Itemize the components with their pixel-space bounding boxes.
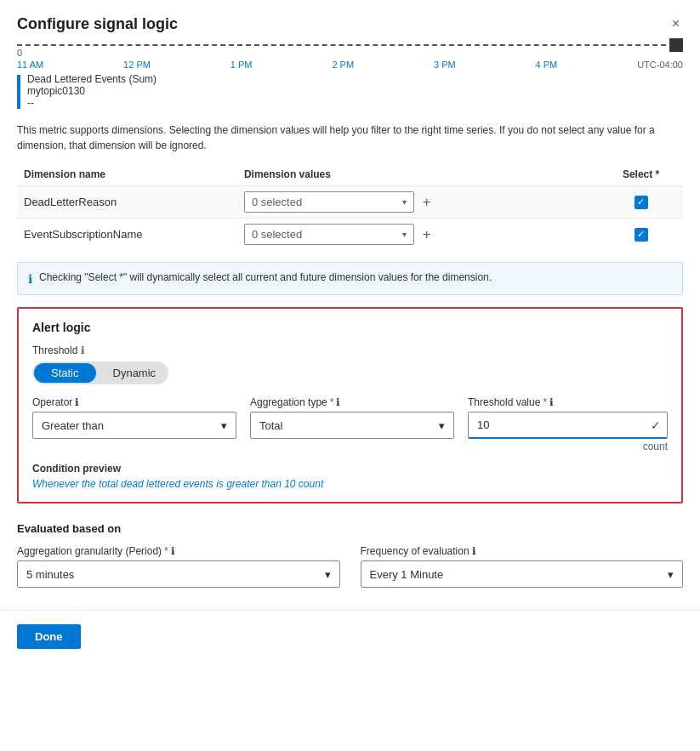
alert-logic-section: Alert logic Threshold ℹ Static Dynamic O… [17, 307, 683, 504]
dim-name-eventsubscription: EventSubscriptionName [17, 219, 237, 251]
operator-info-icon: ℹ [75, 396, 79, 408]
chevron-down-icon: ▾ [439, 419, 445, 432]
col-dimension-name: Dimension name [17, 163, 237, 186]
threshold-toggle[interactable]: Static Dynamic [32, 361, 168, 384]
col-dimension-values: Dimension values [237, 163, 577, 186]
condition-preview-title: Condition preview [32, 463, 668, 475]
granularity-label: Aggregation granularity (Period) * ℹ [17, 545, 340, 557]
threshold-value-label: Threshold value * ℹ [468, 396, 668, 408]
threshold-info-icon: ℹ [81, 344, 85, 356]
dimension-row-deadletter: DeadLetterReason 0 selected ▾ + ✓ [17, 186, 683, 219]
granularity-required: * [164, 545, 168, 557]
chevron-down-icon: ▾ [402, 197, 407, 207]
condition-preview-text: Whenever the total dead lettered events … [32, 478, 668, 490]
dim-checkbox-deadletter[interactable]: ✓ [635, 196, 648, 209]
add-dimension-deadletter[interactable]: + [419, 193, 434, 212]
operator-select[interactable]: Greater than ▾ [32, 412, 236, 439]
threshold-check-icon: ✓ [651, 418, 661, 432]
granularity-info-icon: ℹ [171, 545, 175, 557]
dynamic-toggle[interactable]: Dynamic [96, 363, 174, 383]
frequency-label: Frequency of evaluation ℹ [361, 545, 684, 557]
info-icon: ℹ [28, 272, 32, 286]
chart-time-6: 4 PM [536, 60, 558, 70]
threshold-value-required: * [543, 396, 547, 408]
alert-logic-form-row: Operator ℹ Greater than ▾ Aggregation ty… [32, 396, 668, 452]
legend-value: -- [27, 97, 157, 109]
frequency-info-icon: ℹ [472, 545, 476, 557]
chart-time-3: 1 PM [230, 60, 253, 70]
threshold-value-input[interactable] [468, 412, 668, 439]
chart-timeline: 11 AM 12 PM 1 PM 2 PM 3 PM 4 PM UTC-04:0… [17, 60, 683, 70]
dimensions-table: Dimension name Dimension values Select *… [17, 163, 683, 250]
chevron-down-icon: ▾ [325, 568, 331, 581]
threshold-label: Threshold ℹ [32, 344, 668, 356]
dialog-title: Configure signal logic [17, 15, 178, 33]
evaluated-title: Evaluated based on [17, 522, 683, 535]
col-select: Select * [599, 163, 683, 186]
threshold-value-info-icon: ℹ [549, 396, 554, 408]
operator-group: Operator ℹ Greater than ▾ [32, 396, 236, 452]
aggregation-label: Aggregation type * ℹ [250, 396, 454, 408]
chart-zero-label: 0 [17, 48, 683, 58]
aggregation-select[interactable]: Total ▾ [250, 412, 454, 439]
chart-time-4: 2 PM [332, 60, 354, 70]
aggregation-group: Aggregation type * ℹ Total ▾ [250, 396, 454, 452]
evaluated-section: Evaluated based on Aggregation granulari… [0, 510, 700, 596]
dimensions-info-text: This metric supports dimensions. Selecti… [0, 116, 700, 163]
dim-dropdown-eventsubscription[interactable]: 0 selected ▾ [244, 224, 414, 245]
dialog-header: Configure signal logic × [0, 0, 700, 44]
info-banner-text: Checking "Select *" will dynamically sel… [39, 271, 492, 283]
configure-signal-logic-dialog: Configure signal logic × 0 11 AM 12 PM 1… [0, 0, 700, 751]
frequency-select[interactable]: Every 1 Minute ▾ [361, 560, 684, 588]
aggregation-info-icon: ℹ [336, 396, 340, 408]
dim-values-deadletter[interactable]: 0 selected ▾ + [237, 186, 577, 219]
close-button[interactable]: × [669, 14, 683, 34]
chart-time-2: 12 PM [123, 60, 151, 70]
dim-checkbox-cell-deadletter[interactable]: ✓ [599, 186, 683, 219]
legend-subtitle: mytopic0130 [27, 85, 157, 97]
dim-selected-deadletter: 0 selected [252, 196, 302, 208]
chart-time-5: 3 PM [434, 60, 456, 70]
chevron-down-icon: ▾ [668, 568, 674, 581]
granularity-group: Aggregation granularity (Period) * ℹ 5 m… [17, 545, 340, 588]
alert-logic-title: Alert logic [32, 321, 668, 334]
info-banner: ℹ Checking "Select *" will dynamically s… [17, 262, 683, 295]
chart-area: 0 11 AM 12 PM 1 PM 2 PM 3 PM 4 PM UTC-04… [0, 44, 700, 109]
dim-values-eventsubscription[interactable]: 0 selected ▾ + [237, 219, 577, 251]
dim-checkbox-cell-eventsubscription[interactable]: ✓ [599, 219, 683, 251]
chevron-down-icon: ▾ [402, 230, 407, 239]
threshold-value-group: Threshold value * ℹ ✓ count [468, 396, 668, 452]
aggregation-required: * [330, 396, 334, 408]
legend-title: Dead Lettered Events (Sum) [27, 73, 157, 85]
footer: Done [0, 611, 700, 663]
add-dimension-eventsubscription[interactable]: + [419, 225, 434, 244]
chart-utc-label: UTC-04:00 [637, 60, 683, 70]
threshold-input-wrapper: ✓ [468, 412, 668, 439]
legend-bar [17, 75, 20, 109]
dim-checkbox-eventsubscription[interactable]: ✓ [635, 228, 648, 242]
unit-label: count [468, 441, 668, 452]
dim-dropdown-deadletter[interactable]: 0 selected ▾ [244, 191, 414, 213]
evaluated-row: Aggregation granularity (Period) * ℹ 5 m… [17, 545, 683, 588]
chevron-down-icon: ▾ [221, 419, 227, 432]
static-toggle[interactable]: Static [34, 363, 96, 383]
frequency-group: Frequency of evaluation ℹ Every 1 Minute… [361, 545, 684, 588]
dim-name-deadletter: DeadLetterReason [17, 186, 237, 219]
done-button[interactable]: Done [17, 624, 81, 649]
chart-time-1: 11 AM [17, 60, 43, 70]
granularity-select[interactable]: 5 minutes ▾ [17, 560, 340, 588]
operator-label: Operator ℹ [32, 396, 236, 408]
dimension-row-eventsubscription: EventSubscriptionName 0 selected ▾ + ✓ [17, 219, 683, 251]
chart-legend: Dead Lettered Events (Sum) mytopic0130 -… [17, 73, 683, 109]
dim-selected-eventsubscription: 0 selected [252, 228, 302, 241]
